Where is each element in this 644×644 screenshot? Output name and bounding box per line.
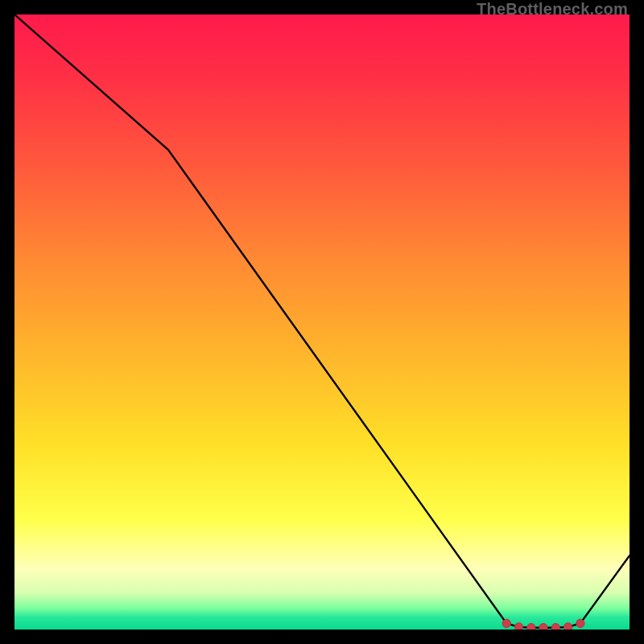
chart-svg — [14, 14, 630, 630]
chart-frame: TheBottleneck.com — [0, 0, 644, 644]
data-marker — [551, 624, 559, 630]
data-marker — [576, 619, 584, 627]
data-line — [14, 14, 630, 628]
data-marker — [564, 623, 572, 630]
plot-area — [14, 14, 630, 630]
data-marker — [527, 624, 535, 630]
data-markers — [502, 619, 584, 630]
data-marker — [502, 619, 510, 627]
data-marker — [539, 624, 547, 630]
data-marker — [514, 623, 522, 630]
